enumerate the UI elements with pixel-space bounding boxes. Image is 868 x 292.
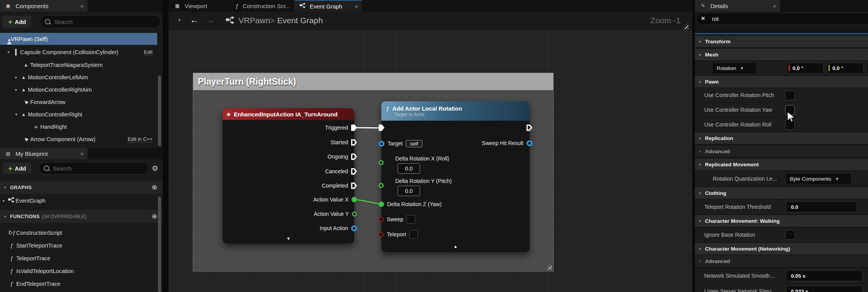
list-item-eventgraph[interactable]: ▸ EventGraph <box>0 195 157 207</box>
section-clothing[interactable]: ▾ Clothing <box>695 187 868 199</box>
tab-viewport[interactable]: ▦ Viewport <box>169 0 227 12</box>
tab-event-graph[interactable]: Event Graph × <box>294 0 362 12</box>
pin-sweep[interactable]: Sweep <box>379 215 415 223</box>
functions-section-header[interactable]: ▾ FUNCTIONS (34 OVERRIDABLE) ⊕ <box>0 210 163 223</box>
data-pin-icon[interactable] <box>379 217 384 222</box>
rotation-quantization-dropdown[interactable]: Byte Components ▼ <box>786 174 851 184</box>
expand-arrow-icon[interactable]: ▸ <box>1 198 7 203</box>
exec-pin-icon[interactable] <box>351 139 357 146</box>
comment-resize-handle[interactable] <box>546 263 552 270</box>
collapse-arrow-icon[interactable]: ▾ <box>695 80 705 84</box>
data-pin-icon[interactable] <box>379 141 384 147</box>
list-item-teleporttrace-fn[interactable]: ƒ TeleportTrace <box>0 252 157 264</box>
node-add-actor-local-rotation[interactable]: ƒ Add Actor Local Rotation Target is Act… <box>381 101 530 252</box>
exec-pin-icon[interactable] <box>351 183 357 189</box>
tree-item-forwardarrow[interactable]: ▶ ForwardArrow <box>0 96 157 108</box>
components-search-input[interactable]: Search <box>40 15 161 28</box>
tree-item-teleporttrace[interactable]: ▲ TeleportTraceNiagaraSystem <box>0 59 157 71</box>
rotation-dropdown[interactable]: Rotation ▼ <box>713 63 756 73</box>
myblueprint-scrollbar[interactable] <box>158 196 161 292</box>
exec-pin-icon[interactable] <box>351 154 357 160</box>
graphs-section-header[interactable]: ▾ GRAPHS ⊕ <box>0 181 163 194</box>
exec-pin-icon[interactable] <box>527 125 532 131</box>
pin-delta-rotation-z[interactable]: Delta Rotation Z (Yaw) <box>379 200 442 208</box>
target-self-value[interactable]: self <box>406 140 422 147</box>
listen-server-field[interactable]: 0.033 s <box>786 286 863 292</box>
data-pin-icon[interactable] <box>351 225 357 231</box>
pin-target[interactable]: Target self <box>379 140 422 147</box>
forward-arrow-icon[interactable]: → <box>206 15 215 24</box>
data-pin-icon[interactable] <box>352 197 357 202</box>
section-mesh[interactable]: ▾ Mesh <box>695 49 868 60</box>
section-replicated-movement[interactable]: ▾ Replicated Movement <box>695 159 868 170</box>
pin-ongoing[interactable]: Ongoing <box>328 153 357 161</box>
exec-pin-icon[interactable] <box>351 125 357 131</box>
collapse-arrow-icon[interactable]: ▾ <box>695 247 705 251</box>
edit-in-cpp-link[interactable]: Edit in C++ <box>128 136 153 142</box>
close-icon[interactable]: × <box>349 3 358 10</box>
rotation-y-field[interactable]: 0.0 ° <box>827 63 863 73</box>
myblueprint-add-button[interactable]: + Add <box>2 162 32 174</box>
list-item-constructionscript[interactable]: ↻ƒ ConstructionScript <box>0 227 157 239</box>
section-advanced-2[interactable]: ▾ Advanced <box>695 255 868 267</box>
list-item-endteleporttrace[interactable]: ƒ EndTeleportTrace <box>0 278 157 290</box>
tree-item-vrpawn[interactable]: VRPawn (Self) <box>0 33 157 45</box>
teleport-checkbox[interactable] <box>409 230 418 239</box>
expand-arrow-icon[interactable]: ▸ <box>13 75 19 79</box>
sweep-checkbox[interactable] <box>407 215 415 224</box>
resize-handle-icon[interactable] <box>682 23 688 29</box>
add-graph-icon[interactable]: ⊕ <box>152 183 157 191</box>
node-header[interactable]: ◈ EnhancedInputAction IA_TurnAround <box>223 108 354 120</box>
tree-item-motioncontrollerright[interactable]: ▾ ▲ MotionControllerRight <box>0 108 157 120</box>
network-smoothing-field[interactable]: 0.05 s <box>786 270 863 281</box>
breadcrumb-current[interactable]: Event Graph <box>277 16 323 25</box>
ignore-base-rotation-checkbox[interactable] <box>785 230 795 240</box>
expand-node-icon[interactable]: ▴ <box>454 243 457 249</box>
panel-divider[interactable] <box>692 0 695 292</box>
comment-title-bar[interactable]: PlayerTurn (RightStick) <box>193 73 553 90</box>
teleport-threshold-field[interactable]: 0.0 <box>786 201 857 212</box>
components-scrollbar[interactable] <box>158 75 161 146</box>
rotation-z-field[interactable]: 0.0 ° <box>866 63 868 73</box>
list-item-startteleporttrace[interactable]: ƒ StartTeleportTrace <box>0 239 157 251</box>
myblueprint-search-input[interactable]: Search <box>39 162 149 174</box>
tree-item-capsule[interactable]: ▾ Capsule Component (CollisionCylinder) … <box>0 46 157 58</box>
back-arrow-icon[interactable]: ← <box>190 15 199 24</box>
section-pawn[interactable]: ▾ Pawn <box>695 76 868 87</box>
exec-pin-icon[interactable] <box>379 125 384 131</box>
tab-construction-script[interactable]: ƒ Construction Scr... <box>230 0 302 12</box>
close-icon[interactable]: × <box>767 3 776 9</box>
delta-rotation-y-value[interactable]: 0.0 <box>398 186 420 196</box>
breadcrumb-root[interactable]: VRPawn <box>238 16 270 25</box>
add-function-icon[interactable]: ⊕ <box>152 212 157 220</box>
pin-exec-out[interactable] <box>527 124 532 131</box>
collapse-node-icon[interactable]: ▾ <box>287 236 290 241</box>
pin-canceled[interactable]: Canceled <box>325 167 357 175</box>
pin-completed[interactable]: Completed <box>322 182 357 190</box>
graph-canvas[interactable]: ▾ ← → VRPawn > Event Graph Zoom -1 Playe… <box>168 12 692 292</box>
close-icon[interactable]: × <box>75 150 84 157</box>
tab-my-blueprint[interactable]: ▤ My Blueprint × <box>0 148 87 159</box>
tab-components[interactable]: ▣ Components × <box>0 0 87 12</box>
gear-icon[interactable]: ⚙ <box>152 164 158 173</box>
pin-input-action[interactable]: Input Action <box>320 224 357 232</box>
collapse-arrow-icon[interactable]: ▾ <box>695 39 705 44</box>
collapse-arrow-icon[interactable]: ▾ <box>0 185 10 190</box>
section-character-movement-networking[interactable]: ▾ Character Movement (Networking) <box>695 243 868 254</box>
tree-item-arrowcomponent[interactable]: ▶ Arrow Component (Arrow) Edit in C++ <box>0 133 157 145</box>
edit-link[interactable]: Edit <box>144 49 153 55</box>
exec-pin-icon[interactable] <box>351 168 357 175</box>
list-item-isvalidteleportlocation[interactable]: ƒ IsValidTeleportLocation <box>0 265 157 277</box>
section-replication[interactable]: ▾ Replication <box>695 132 868 144</box>
collapse-arrow-icon[interactable]: ▾ <box>13 112 19 116</box>
pin-action-value-x[interactable]: Action Value X <box>313 196 357 203</box>
chevron-down-icon[interactable]: ▾ <box>178 18 180 22</box>
pin-delta-rotation-x[interactable] <box>379 159 384 166</box>
collapse-arrow-icon[interactable]: ▾ <box>695 191 705 195</box>
data-pin-icon[interactable] <box>379 201 384 207</box>
details-search-input[interactable]: × rot <box>696 13 868 24</box>
collapse-arrow-icon[interactable]: ▾ <box>695 219 705 223</box>
pitch-checkbox[interactable] <box>785 91 795 100</box>
collapse-arrow-icon[interactable]: ▾ <box>5 50 12 54</box>
section-advanced[interactable]: ▾ Advanced <box>695 145 868 157</box>
